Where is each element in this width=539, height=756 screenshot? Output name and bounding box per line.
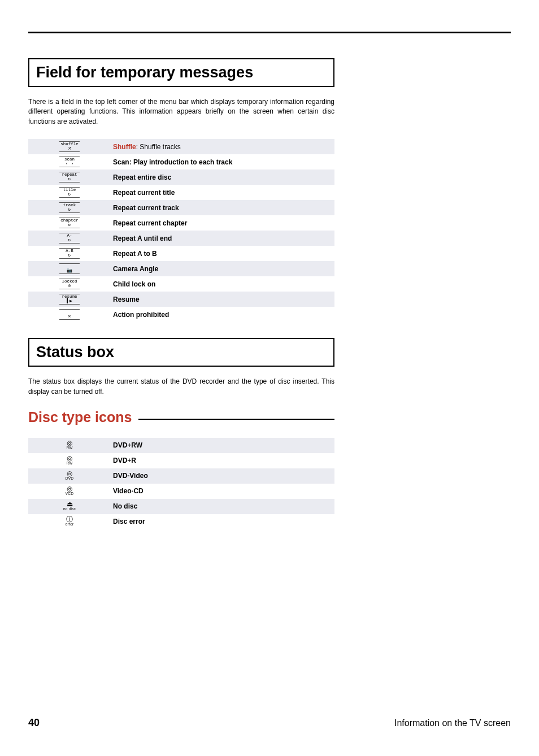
disc-type-icon: ◎RW bbox=[28, 438, 111, 453]
message-text: Repeat A until end bbox=[111, 231, 334, 246]
message-text: Child lock on bbox=[111, 276, 334, 292]
section-intro: There is a field in the top left corner … bbox=[28, 97, 334, 127]
table-row: ✕Action prohibited bbox=[28, 307, 334, 322]
message-icon: scan‹ › bbox=[28, 154, 111, 170]
disc-type-text: DVD+RW bbox=[111, 438, 334, 453]
disc-type-text: DVD-Video bbox=[111, 468, 334, 484]
table-row: A-B↻Repeat A to B bbox=[28, 246, 334, 261]
disc-type-text: No disc bbox=[111, 499, 334, 514]
table-row: repeat↻Repeat entire disc bbox=[28, 170, 334, 185]
message-icon: A-B↻ bbox=[28, 246, 111, 261]
message-text: Repeat entire disc bbox=[111, 170, 334, 185]
message-text: Shuffle: Shuffle tracks bbox=[111, 139, 334, 154]
table-row: ◎DVDDVD-Video bbox=[28, 468, 334, 484]
message-text: Repeat current title bbox=[111, 185, 334, 200]
message-icon: ✕ bbox=[28, 307, 111, 322]
message-icon: locked⊘ bbox=[28, 276, 111, 292]
table-row: chapter↻Repeat current chapter bbox=[28, 215, 334, 231]
message-text: Scan: Play introduction to each track bbox=[111, 154, 334, 170]
disc-type-icon: ⓘerror bbox=[28, 514, 111, 529]
top-rule bbox=[28, 32, 511, 33]
table-row: track↻Repeat current track bbox=[28, 200, 334, 215]
message-text: Resume bbox=[111, 292, 334, 307]
message-icon: track↻ bbox=[28, 200, 111, 215]
disc-type-text: Video-CD bbox=[111, 484, 334, 499]
table-row: resume▍▶Resume bbox=[28, 292, 334, 307]
disc-type-text: DVD+R bbox=[111, 453, 334, 468]
table-row: ⏏no discNo disc bbox=[28, 499, 334, 514]
page-footer: 40 Information on the TV screen bbox=[28, 717, 511, 729]
table-row: title↻Repeat current title bbox=[28, 185, 334, 200]
message-icon: title↻ bbox=[28, 185, 111, 200]
section-title: Disc type icons bbox=[28, 409, 138, 425]
message-text: Repeat A to B bbox=[111, 246, 334, 261]
section-intro: The status box displays the current stat… bbox=[28, 377, 334, 397]
message-text: Camera Angle bbox=[111, 261, 334, 276]
message-text: Repeat current track bbox=[111, 200, 334, 215]
section-disc-type-icons-header: Disc type icons bbox=[28, 409, 334, 425]
table-row: ◎RWDVD+RW bbox=[28, 438, 334, 453]
message-icon: repeat↻ bbox=[28, 170, 111, 185]
table-row: 📷Camera Angle bbox=[28, 261, 334, 276]
message-text: Action prohibited bbox=[111, 307, 334, 322]
disc-type-icon: ◎RW bbox=[28, 453, 111, 468]
page-number: 40 bbox=[28, 717, 40, 729]
table-row: locked⊘Child lock on bbox=[28, 276, 334, 292]
table-row: ⓘerrorDisc error bbox=[28, 514, 334, 529]
heading-rule bbox=[138, 419, 334, 420]
disc-type-icon: ◎DVD bbox=[28, 468, 111, 484]
message-icon: 📷 bbox=[28, 261, 111, 276]
disc-type-icon: ⏏no disc bbox=[28, 499, 111, 514]
section-status-box-header: Status box bbox=[28, 338, 334, 367]
message-icon: shuffle⤨ bbox=[28, 139, 111, 154]
table-row: ◎VCDVideo-CD bbox=[28, 484, 334, 499]
disc-type-text: Disc error bbox=[111, 514, 334, 529]
footer-label: Information on the TV screen bbox=[394, 718, 511, 728]
section-temporary-messages-header: Field for temporary messages bbox=[28, 58, 334, 87]
message-text: Repeat current chapter bbox=[111, 215, 334, 231]
section-title: Status box bbox=[36, 344, 327, 361]
disc-type-icon: ◎VCD bbox=[28, 484, 111, 499]
messages-table: shuffle⤨Shuffle: Shuffle tracksscan‹ ›Sc… bbox=[28, 139, 334, 322]
message-icon: chapter↻ bbox=[28, 215, 111, 231]
disc-types-table: ◎RWDVD+RW◎RWDVD+R◎DVDDVD-Video◎VCDVideo-… bbox=[28, 438, 334, 529]
message-icon: A-↻ bbox=[28, 231, 111, 246]
table-row: A-↻Repeat A until end bbox=[28, 231, 334, 246]
section-title: Field for temporary messages bbox=[36, 64, 327, 81]
table-row: scan‹ ›Scan: Play introduction to each t… bbox=[28, 154, 334, 170]
table-row: shuffle⤨Shuffle: Shuffle tracks bbox=[28, 139, 334, 154]
message-icon: resume▍▶ bbox=[28, 292, 111, 307]
table-row: ◎RWDVD+R bbox=[28, 453, 334, 468]
